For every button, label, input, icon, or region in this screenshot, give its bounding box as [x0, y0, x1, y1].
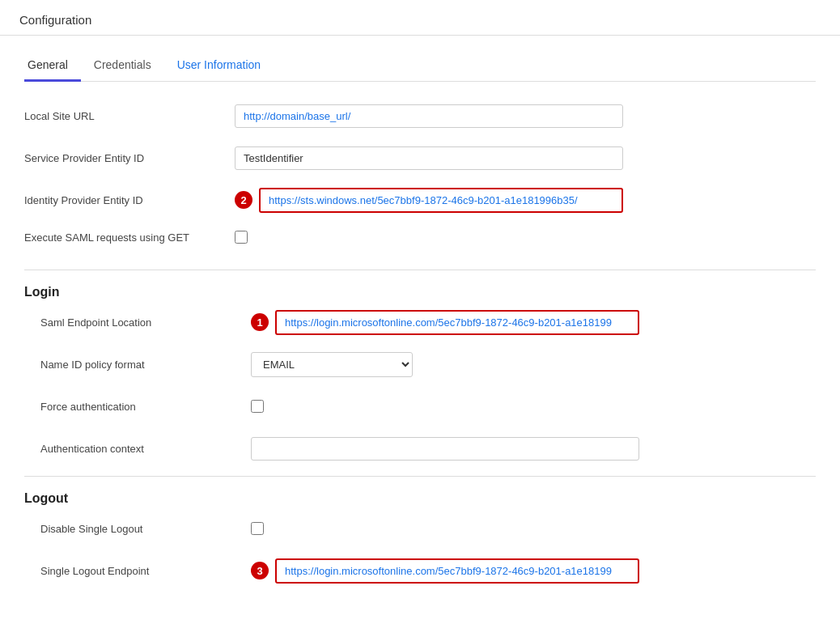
idp-entity-id-label: Identity Provider Entity ID — [24, 194, 235, 206]
single-logout-row: Single Logout Endpoint 3 — [40, 556, 816, 585]
name-id-label: Name ID policy format — [40, 359, 251, 371]
execute-saml-control — [235, 231, 623, 244]
single-logout-control: 3 — [251, 558, 639, 584]
auth-context-input[interactable] — [251, 437, 639, 461]
page-title: Configuration — [19, 13, 91, 27]
saml-endpoint-label: Saml Endpoint Location — [40, 316, 251, 329]
idp-entity-id-row: Identity Provider Entity ID 2 — [24, 185, 816, 214]
disable-logout-checkbox[interactable] — [251, 522, 264, 535]
saml-endpoint-control: 1 — [251, 310, 639, 335]
name-id-select[interactable]: EMAIL PERSISTENT TRANSIENT UNSPECIFIED — [251, 352, 413, 377]
name-id-control: EMAIL PERSISTENT TRANSIENT UNSPECIFIED — [251, 352, 639, 377]
disable-logout-row: Disable Single Logout — [40, 514, 816, 543]
auth-context-control — [251, 437, 639, 461]
force-auth-label: Force authentication — [40, 401, 251, 413]
tab-credentials[interactable]: Credentials — [81, 52, 164, 81]
tab-bar: General Credentials User Information — [24, 52, 816, 82]
auth-context-row: Authentication context — [40, 434, 816, 463]
name-id-row: Name ID policy format EMAIL PERSISTENT T… — [40, 350, 816, 379]
idp-entity-id-control: 2 — [235, 188, 623, 213]
sp-entity-id-label: Service Provider Entity ID — [24, 152, 235, 164]
logout-divider — [24, 476, 816, 477]
login-heading: Login — [24, 282, 816, 299]
local-site-url-input[interactable] — [235, 104, 623, 128]
saml-endpoint-row: Saml Endpoint Location 1 — [40, 308, 816, 337]
idp-entity-id-input[interactable] — [259, 188, 623, 213]
local-site-url-label: Local Site URL — [24, 110, 235, 122]
sp-entity-id-row: Service Provider Entity ID — [24, 143, 816, 172]
page-header: Configuration — [0, 0, 840, 36]
tab-user-information[interactable]: User Information — [164, 52, 274, 81]
logout-badge: 3 — [251, 562, 269, 579]
execute-saml-row: Execute SAML requests using GET — [24, 227, 816, 257]
tab-general[interactable]: General — [24, 52, 81, 82]
local-site-url-control — [235, 104, 623, 128]
idp-badge: 2 — [235, 191, 252, 209]
login-divider — [24, 270, 816, 270]
main-content: General Credentials User Information Loc… — [0, 36, 840, 614]
sp-entity-id-control — [235, 146, 623, 170]
disable-logout-control — [251, 522, 639, 535]
local-site-url-row: Local Site URL — [24, 101, 816, 130]
force-auth-checkbox[interactable] — [251, 400, 264, 413]
logout-heading: Logout — [24, 488, 816, 506]
execute-saml-checkbox[interactable] — [235, 231, 248, 244]
login-section: Saml Endpoint Location 1 Name ID policy … — [24, 308, 816, 463]
single-logout-input[interactable] — [275, 558, 639, 584]
sp-entity-id-input[interactable] — [235, 146, 623, 170]
saml-endpoint-input[interactable] — [275, 310, 639, 335]
force-auth-control — [251, 400, 639, 413]
logout-section: Disable Single Logout Single Logout Endp… — [24, 514, 816, 585]
auth-context-label: Authentication context — [40, 443, 251, 455]
saml-badge: 1 — [251, 313, 269, 331]
disable-logout-label: Disable Single Logout — [40, 523, 251, 535]
single-logout-label: Single Logout Endpoint — [40, 565, 251, 577]
execute-saml-label: Execute SAML requests using GET — [24, 231, 235, 245]
force-auth-row: Force authentication — [40, 392, 816, 421]
